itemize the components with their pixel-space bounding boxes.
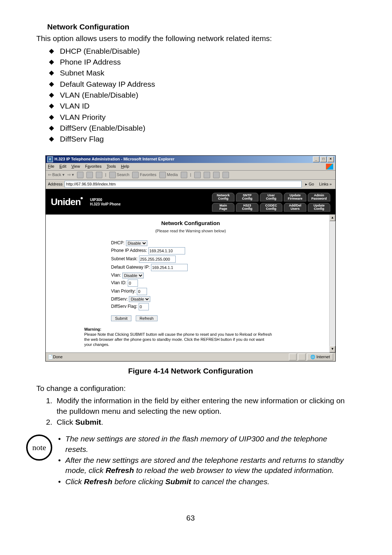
note-icon: note bbox=[26, 434, 52, 461]
list-item: VLAN (Enable/Disable) bbox=[49, 90, 352, 100]
list-item: DiffServ (Enable/Disable) bbox=[49, 123, 352, 133]
dhcp-select[interactable]: Disable bbox=[126, 240, 147, 246]
page-subtitle: (Please read the Warning shown below) bbox=[155, 228, 226, 234]
tab-update-config[interactable]: UpdateConfig bbox=[308, 203, 330, 212]
go-button[interactable]: ▸ Go bbox=[304, 181, 315, 187]
stop-icon[interactable] bbox=[77, 172, 83, 178]
subnet-label: Subnet Mask: bbox=[111, 256, 138, 261]
status-bar: 📄 Done 🌐 Internet bbox=[46, 352, 335, 361]
search-button[interactable]: Search bbox=[109, 172, 130, 178]
menu-file[interactable]: File bbox=[48, 164, 54, 169]
list-item: DiffServ Flag bbox=[49, 134, 352, 144]
intro-text: This option allows users to modify the f… bbox=[36, 33, 352, 44]
media-button[interactable]: Media bbox=[159, 172, 178, 178]
menu-favorites[interactable]: Favorites bbox=[85, 164, 101, 169]
maximize-button[interactable]: □ bbox=[320, 156, 327, 162]
refresh-button[interactable]: Refresh bbox=[136, 315, 158, 321]
menu-help[interactable]: Help bbox=[121, 164, 129, 169]
vlanprio-input[interactable] bbox=[137, 288, 147, 295]
tab-add-del-users[interactable]: Add/DelUsers bbox=[284, 203, 306, 212]
list-item: VLAN Priority bbox=[49, 112, 352, 122]
ie-logo-icon bbox=[326, 164, 333, 170]
feature-list: DHCP (Enable/Disable) Phone IP Address S… bbox=[49, 46, 352, 144]
note-item: Click Refresh before clicking Submit to … bbox=[58, 477, 352, 487]
tab-main-page[interactable]: MainPage bbox=[212, 203, 234, 212]
menu-edit[interactable]: Edit bbox=[60, 164, 66, 169]
gateway-label: Default Gateway IP: bbox=[111, 265, 150, 270]
brand-subtitle: UIP300 H.323 VoIP Phone bbox=[90, 198, 121, 207]
warning-body: Please Note that Clicking SUBMIT button … bbox=[84, 332, 272, 347]
address-label: Address bbox=[48, 181, 62, 187]
tab-codec-config[interactable]: CODECConfig bbox=[260, 203, 282, 212]
list-item: DHCP (Enable/Disable) bbox=[49, 46, 352, 56]
change-intro: To change a configuration: bbox=[36, 383, 352, 393]
scroll-down-icon[interactable]: ▼ bbox=[330, 346, 335, 352]
address-input[interactable] bbox=[65, 181, 302, 188]
favorites-button[interactable]: Favorites bbox=[132, 172, 156, 178]
note-list: The new settings are stored in the flash… bbox=[58, 433, 352, 487]
subnet-input[interactable] bbox=[139, 256, 176, 263]
list-item: Subnet Mask bbox=[49, 68, 352, 78]
list-item: Phone IP Address bbox=[49, 57, 352, 67]
app-banner: Uniden UIP300 H.323 VoIP Phone NetworkCo… bbox=[46, 189, 335, 215]
browser-window: e H.323 IP Telephone Administration - Mi… bbox=[45, 155, 336, 362]
tab-network-config[interactable]: NetworkConfig bbox=[212, 193, 234, 201]
warning-title: Warning: bbox=[84, 327, 101, 331]
warning-block: Warning: Please Note that Clicking SUBMI… bbox=[84, 327, 273, 347]
tab-h323-config[interactable]: H323Config bbox=[236, 203, 258, 212]
dhcp-label: DHCP: bbox=[111, 240, 124, 245]
browser-viewport: Uniden UIP300 H.323 VoIP Phone NetworkCo… bbox=[46, 189, 335, 352]
status-pane bbox=[298, 354, 306, 360]
vlan-label: Vlan: bbox=[111, 273, 121, 278]
discuss-icon[interactable] bbox=[222, 172, 229, 178]
ie-icon: e bbox=[47, 156, 53, 162]
phoneip-input[interactable] bbox=[148, 247, 185, 254]
minimize-button[interactable]: _ bbox=[313, 156, 319, 162]
vlanid-input[interactable] bbox=[128, 279, 138, 287]
list-item: VLAN ID bbox=[49, 101, 352, 111]
list-item: Default Gateway IP Address bbox=[49, 79, 352, 89]
submit-button[interactable]: Submit bbox=[111, 315, 131, 321]
diffserv-select[interactable]: Disable bbox=[129, 296, 150, 302]
note-item: The new settings are stored in the flash… bbox=[58, 434, 352, 454]
diffservflag-input[interactable] bbox=[139, 303, 149, 310]
page-title: Network Configuration bbox=[161, 220, 220, 227]
window-titlebar: e H.323 IP Telephone Administration - Mi… bbox=[46, 156, 335, 163]
vlanprio-label: Vlan Priority: bbox=[111, 289, 136, 294]
vlan-select[interactable]: Disable bbox=[122, 273, 144, 278]
tab-sntp-config[interactable]: SNTPConfig bbox=[236, 193, 258, 201]
links-button[interactable]: Links » bbox=[318, 181, 333, 187]
scroll-up-icon[interactable]: ▲ bbox=[330, 215, 335, 221]
address-bar: Address ▸ Go Links » bbox=[46, 180, 335, 189]
status-pane bbox=[289, 354, 297, 360]
vertical-scrollbar[interactable]: ▲ ▼ bbox=[329, 215, 335, 352]
config-form: DHCP: Disable Phone IP Address: Subnet M… bbox=[111, 239, 188, 322]
menu-tools[interactable]: Tools bbox=[107, 164, 116, 169]
edit-icon[interactable] bbox=[213, 172, 220, 178]
home-icon[interactable] bbox=[96, 172, 102, 178]
menu-view[interactable]: View bbox=[72, 164, 80, 169]
step-item: Click Submit. bbox=[54, 417, 352, 427]
tab-admin-password[interactable]: AdminPassword bbox=[308, 193, 330, 201]
forward-button[interactable]: ⇨ ▾ bbox=[68, 172, 74, 177]
section-heading: Network Configuration bbox=[47, 22, 352, 32]
vlanid-label: Vlan ID: bbox=[111, 280, 127, 285]
history-icon[interactable] bbox=[181, 172, 187, 178]
browser-toolbar: ⇦ Back ▾ ⇨ ▾ | Search Favorites Media | bbox=[46, 171, 335, 180]
refresh-icon[interactable] bbox=[86, 172, 93, 178]
phoneip-label: Phone IP Address: bbox=[111, 248, 147, 253]
print-icon[interactable] bbox=[204, 172, 210, 178]
diffserv-label: DiffServ: bbox=[111, 297, 128, 302]
mail-icon[interactable] bbox=[194, 172, 201, 178]
tab-user-config[interactable]: UserConfig bbox=[260, 193, 282, 201]
page-number: 63 bbox=[29, 513, 352, 523]
tab-update-firmware[interactable]: UpdateFirmware bbox=[284, 193, 306, 201]
step-item: Modify the information in the field by e… bbox=[54, 396, 352, 416]
back-button[interactable]: ⇦ Back ▾ bbox=[48, 172, 65, 177]
brand-logo: Uniden bbox=[51, 196, 83, 208]
diffservflag-label: DiffServ Flag: bbox=[111, 304, 137, 309]
close-button[interactable]: × bbox=[327, 156, 334, 162]
gateway-input[interactable] bbox=[151, 264, 188, 271]
window-title: H.323 IP Telephone Administration - Micr… bbox=[54, 156, 174, 162]
steps-list: Modify the information in the field by e… bbox=[46, 396, 352, 427]
